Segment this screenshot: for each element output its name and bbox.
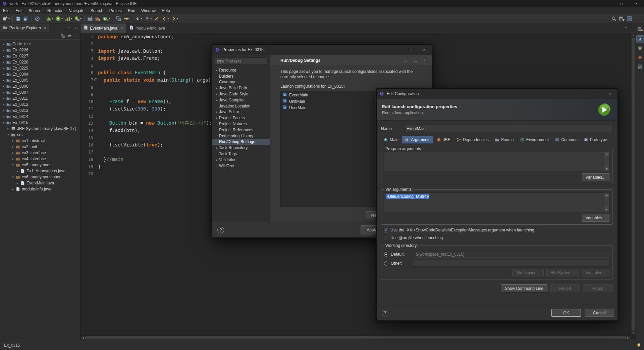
vertical-scroll-thumb[interactable] <box>632 38 635 331</box>
menu-source[interactable]: Source <box>25 7 44 14</box>
vm-arguments-input[interactable]: -Dfile.encoding=MS949 ▲ ▼ <box>384 192 609 212</box>
editor-vertical-scrollbar[interactable]: ▲ ▼ <box>631 33 636 335</box>
properties-category[interactable]: ▸Validation <box>212 157 270 163</box>
new-class-button[interactable]: C▾ <box>102 15 111 23</box>
program-variables-button[interactable]: Variables... <box>582 173 609 181</box>
save-button[interactable] <box>14 15 22 23</box>
open-perspective-button[interactable] <box>637 26 644 33</box>
properties-dialog-titlebar[interactable]: Properties for Ex_0315 □ × <box>212 45 432 55</box>
properties-category[interactable]: ▸Resource <box>212 67 270 73</box>
tree-item[interactable]: ▸JEventMain.java <box>0 180 80 186</box>
properties-category[interactable]: Builders <box>212 73 270 79</box>
new-java-project-button[interactable] <box>86 15 94 23</box>
help-icon[interactable]: ? <box>382 310 388 316</box>
coverage-button[interactable]: ▾ <box>64 15 73 23</box>
tree-item[interactable]: ▸JEx_0312 <box>0 101 80 107</box>
help-icon[interactable]: ? <box>217 227 224 233</box>
properties-category[interactable]: ▸Java Code Style <box>212 91 270 97</box>
menu-project[interactable]: Project <box>106 7 125 14</box>
cancel-button[interactable]: Cancel <box>585 309 614 317</box>
filter-input[interactable] <box>215 57 268 64</box>
editor-tab-module-info-java[interactable]: Jmodule-info.java <box>126 24 168 33</box>
tree-item[interactable]: ▸JEx_0228 <box>0 59 80 65</box>
maximize-editor-icon[interactable]: □ <box>622 24 630 33</box>
editor-horizontal-scrollbar[interactable]: ◀ ▶ <box>80 335 631 340</box>
menu-refactor[interactable]: Refactor <box>44 7 65 14</box>
tree-item[interactable]: ▸JEx1_Anonymous.java <box>0 168 80 174</box>
revert-button[interactable]: Revert <box>550 285 580 292</box>
config-tab-dependencies[interactable]: Dependencies <box>454 136 491 143</box>
maximize-view-icon[interactable]: □ <box>73 26 80 30</box>
file-system--button[interactable]: File System... <box>546 269 579 276</box>
properties-category[interactable]: ▸Java Editor <box>212 109 270 115</box>
menu-file[interactable]: File <box>0 7 12 14</box>
open-perspective-button[interactable] <box>618 15 626 23</box>
strip-junit-button[interactable] <box>637 64 644 71</box>
launch-configuration-item[interactable]: JUnitMain <box>281 98 375 104</box>
tree-item[interactable]: ▸JEx_0305 <box>0 77 80 83</box>
properties-category[interactable]: ▸Project Facets <box>212 115 270 121</box>
properties-category[interactable]: Run/Debug Settings <box>212 139 270 145</box>
edit-configuration-titlebar[interactable]: Edit Configuration ─ □ × <box>377 89 618 99</box>
maximize-icon[interactable]: □ <box>614 0 629 7</box>
editor-tab-EventMain-java[interactable]: JEventMain.java× <box>80 24 126 33</box>
view-close-icon[interactable]: × <box>44 26 46 30</box>
config-tab-arguments[interactable]: (x)=Arguments <box>402 136 433 143</box>
close-icon[interactable]: × <box>602 89 618 99</box>
close-icon[interactable]: × <box>417 45 432 55</box>
minimize-view-icon[interactable]: ─ <box>65 26 73 30</box>
tree-item[interactable]: ▸ex3_interface <box>0 150 80 156</box>
menu-edit[interactable]: Edit <box>12 7 25 14</box>
tree-item[interactable]: ▸JEx_0229 <box>0 65 80 71</box>
launch-configuration-item[interactable]: JUserMain <box>281 104 375 111</box>
properties-category[interactable]: Project Natures <box>212 121 270 127</box>
config-tab-jre[interactable]: JRE <box>434 136 453 143</box>
quick-search-button[interactable] <box>610 15 618 23</box>
properties-category[interactable]: Task Tags <box>212 151 270 157</box>
debug-button[interactable]: ▾ <box>45 15 54 23</box>
link-with-editor-icon[interactable]: ⇄ <box>68 34 71 38</box>
skip-breakpoints-button[interactable] <box>34 15 41 23</box>
tree-item[interactable]: ▾ex6_anonymousInner <box>0 174 80 180</box>
forward-button[interactable]: ▾ <box>170 15 179 23</box>
save-all-button[interactable] <box>22 15 30 23</box>
tree-item[interactable]: ▸JEx_0307 <box>0 89 80 95</box>
properties-category[interactable]: WikiText <box>212 163 270 169</box>
apply-button[interactable]: Apply <box>583 285 612 292</box>
run-button[interactable]: ▾ <box>54 15 64 23</box>
page-menu-icon[interactable]: ⋮ <box>422 58 427 63</box>
lightbulb-icon[interactable] <box>636 343 641 348</box>
scroll-right-icon[interactable]: ▶ <box>626 336 631 340</box>
new-wizard-button[interactable]: ▾ <box>1 15 11 23</box>
status-overflow-icon[interactable]: ⋮ <box>538 343 542 348</box>
minimize-icon[interactable]: ─ <box>599 0 614 7</box>
tree-item[interactable]: ▾ex5_anonymous <box>0 162 80 168</box>
tree-item[interactable]: ▸JEx_0227 <box>0 53 80 59</box>
back-icon[interactable]: ← <box>404 58 408 63</box>
default-radio[interactable] <box>384 252 388 257</box>
other-directory-field[interactable] <box>414 260 609 267</box>
scroll-left-icon[interactable]: ◀ <box>80 336 85 340</box>
workspace--button[interactable]: Workspace... <box>512 269 544 276</box>
java-perspective-button[interactable]: J <box>637 36 644 43</box>
strip-debug-button[interactable] <box>637 45 644 52</box>
close-icon[interactable]: × <box>629 0 644 7</box>
tab-close-icon[interactable]: × <box>120 26 123 31</box>
scroll-down-icon[interactable]: ▼ <box>631 331 636 335</box>
maximize-icon[interactable]: □ <box>401 45 417 55</box>
scroll-down-icon[interactable]: ▼ <box>604 167 609 171</box>
strip-git-button[interactable] <box>637 54 644 61</box>
collapse-all-icon[interactable] <box>60 33 65 38</box>
tree-item[interactable]: ▸JEx_0311 <box>0 95 80 101</box>
tree-item[interactable]: ▸JEx_0313 <box>0 107 80 114</box>
new-package-button[interactable] <box>94 15 102 23</box>
menu-navigate[interactable]: Navigate <box>65 7 87 14</box>
config-tab-environment[interactable]: Environment <box>517 136 551 143</box>
variables--button[interactable]: Variables... <box>582 269 609 276</box>
textarea-scrollbar[interactable]: ▲ ▼ <box>604 152 609 171</box>
menu-help[interactable]: Help <box>159 7 173 14</box>
name-input[interactable] <box>405 125 612 132</box>
menu-window[interactable]: Window <box>138 7 159 14</box>
maximize-icon[interactable]: □ <box>587 89 602 99</box>
tree-item[interactable]: ▸ex1_abstract <box>0 138 80 144</box>
